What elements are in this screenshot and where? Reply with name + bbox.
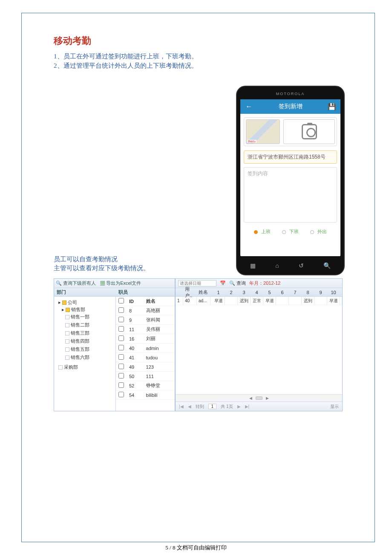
pager-total: 共 1页 bbox=[221, 404, 233, 410]
employee-row[interactable]: 52铮铮堂 bbox=[116, 381, 175, 390]
tree-purchase[interactable]: 采购部 bbox=[58, 363, 115, 371]
phone-screen: ← 签到新增 💾 浙江省宁波市鄞州区江南路1558号 签到内容 上班 下班 外出 bbox=[240, 99, 340, 256]
export-excel-button[interactable]: ▦ 导出为Excel文件 bbox=[100, 280, 141, 286]
left-panel: 🔍 查询下级所有人 ▦ 导出为Excel文件 部门 职员 ▸ 公司 ▸ 销售部 bbox=[54, 279, 176, 411]
employee-row[interactable]: 50111 bbox=[116, 372, 175, 381]
radio-row: 上班 下班 外出 bbox=[244, 228, 337, 235]
tree-leaf[interactable]: 销售五部 bbox=[65, 345, 115, 353]
tree-leaf[interactable]: 销售四部 bbox=[65, 337, 115, 345]
day-header: 1 bbox=[212, 288, 225, 296]
year-month-label: 年月：2012-12 bbox=[249, 280, 280, 286]
employee-list: ID姓名 8高艳丽9张科闻11吴伟丽16刘丽40admin41tudou4912… bbox=[116, 297, 175, 411]
calendar-icon[interactable]: 📅 bbox=[220, 280, 226, 286]
left-column-headers: 部门 职员 bbox=[54, 288, 175, 297]
radio-out[interactable]: 外出 bbox=[308, 229, 329, 234]
pager-first-icon[interactable]: |◀ bbox=[179, 404, 184, 409]
col-name: 姓名 bbox=[197, 288, 210, 296]
row-checkbox[interactable] bbox=[118, 364, 124, 369]
pager-page-input[interactable]: 1 bbox=[208, 404, 217, 409]
tree-leaf[interactable]: 销售一部 bbox=[65, 313, 115, 321]
radio-off-work[interactable]: 下班 bbox=[280, 229, 301, 234]
row-checkbox[interactable] bbox=[118, 382, 124, 388]
left-toolbar: 🔍 查询下级所有人 ▦ 导出为Excel文件 bbox=[54, 279, 175, 288]
query-button[interactable]: 🔍 查询 bbox=[229, 280, 246, 286]
employee-row[interactable]: 54bilibili bbox=[116, 390, 175, 400]
page-footer: 5 / 8 文档可自由编辑打印 bbox=[0, 544, 392, 552]
phone-mockup: MOTOROLA ← 签到新增 💾 浙江省宁波市鄞州区江南路1558号 签到内容… bbox=[236, 86, 345, 275]
phone-apps-icon[interactable]: ▦ bbox=[250, 262, 256, 269]
attendance-header-row: 用户.. 姓名 12345678910 bbox=[176, 288, 342, 297]
day-cell: 早退 bbox=[212, 297, 225, 305]
day-cell: 早退 bbox=[327, 297, 340, 305]
day-cell: 正常 bbox=[251, 297, 263, 305]
pager-goto-label: 转到 bbox=[196, 404, 204, 410]
employee-row[interactable]: 49123 bbox=[116, 362, 175, 372]
employee-row[interactable]: 8高艳丽 bbox=[116, 306, 175, 315]
desc-line-1: 1、员工在外可通过签到功能进行上班，下班考勤。 bbox=[54, 52, 343, 61]
horizontal-scrollbar[interactable]: ◀▶ bbox=[176, 394, 342, 402]
emp-header: 职员 bbox=[116, 289, 128, 295]
phone-search-icon[interactable]: 🔍 bbox=[323, 262, 331, 269]
row-checkbox[interactable] bbox=[118, 326, 124, 332]
row-checkbox[interactable] bbox=[118, 392, 124, 397]
back-icon[interactable]: ← bbox=[244, 103, 254, 110]
tree-leaf[interactable]: 销售二部 bbox=[65, 321, 115, 329]
day-header: 10 bbox=[327, 288, 340, 296]
pager-last-icon[interactable]: ▶| bbox=[245, 404, 250, 409]
employee-row[interactable]: 40admin bbox=[116, 344, 175, 353]
radio-on-work[interactable]: 上班 bbox=[251, 229, 273, 234]
pager-display-label: 显示 bbox=[330, 404, 339, 410]
date-input[interactable] bbox=[178, 280, 216, 286]
row-checkbox[interactable] bbox=[118, 345, 124, 350]
row-checkbox[interactable] bbox=[118, 335, 124, 341]
attendance-row[interactable]: 1 40 ad... 早退迟到正常早退迟到早退 bbox=[176, 297, 342, 305]
day-cell bbox=[276, 297, 289, 305]
camera-button[interactable] bbox=[283, 119, 335, 144]
row-checkbox[interactable] bbox=[118, 317, 124, 322]
pager-prev-icon[interactable]: ◀ bbox=[188, 404, 191, 409]
day-cell bbox=[314, 297, 327, 305]
save-icon[interactable]: 💾 bbox=[327, 103, 337, 111]
day-cell: 早退 bbox=[263, 297, 276, 305]
app-title: 签到新增 bbox=[279, 103, 303, 110]
day-header: 5 bbox=[263, 288, 276, 296]
phone-brand: MOTOROLA bbox=[240, 92, 340, 96]
query-subordinates-button[interactable]: 🔍 查询下级所有人 bbox=[56, 280, 96, 286]
day-header: 8 bbox=[302, 288, 314, 296]
tree-root[interactable]: ▸ 公司 ▸ 销售部 销售一部销售二部销售三部销售四部销售五部销售六部 bbox=[58, 298, 115, 363]
day-cell: 迟到 bbox=[238, 297, 251, 305]
tree-leaf[interactable]: 销售三部 bbox=[65, 329, 115, 337]
day-header: 7 bbox=[289, 288, 302, 296]
right-toolbar: 📅 🔍 查询 年月：2012-12 bbox=[176, 279, 342, 288]
employee-row[interactable]: 41tudou bbox=[116, 353, 175, 362]
tree-sales[interactable]: ▸ 销售部 销售一部销售二部销售三部销售四部销售五部销售六部 bbox=[62, 306, 115, 362]
select-all-checkbox[interactable] bbox=[118, 298, 124, 304]
employee-row[interactable]: 11吴伟丽 bbox=[116, 325, 175, 334]
day-header: 3 bbox=[238, 288, 251, 296]
emp-id-header: ID bbox=[127, 297, 144, 306]
phone-nav-bar: ▦ ⌂ ↺ 🔍 bbox=[240, 259, 340, 272]
description-block: 1、员工在外可通过签到功能进行上班，下班考勤。 2、通过管理平台统计外出人员的上… bbox=[54, 52, 343, 70]
employee-row[interactable]: 16刘丽 bbox=[116, 334, 175, 344]
section-title: 移动考勤 bbox=[54, 35, 343, 47]
phone-home-icon[interactable]: ⌂ bbox=[275, 262, 279, 269]
pager-next-icon[interactable]: ▶ bbox=[237, 404, 241, 409]
address-field[interactable]: 浙江省宁波市鄞州区江南路1558号 bbox=[244, 150, 337, 164]
content-textarea[interactable]: 签到内容 bbox=[244, 167, 337, 223]
map-thumbnail[interactable] bbox=[246, 119, 280, 144]
row-checkbox[interactable] bbox=[118, 373, 124, 379]
day-header: 6 bbox=[276, 288, 289, 296]
day-header: 4 bbox=[251, 288, 263, 296]
employee-row[interactable]: 9张科闻 bbox=[116, 315, 175, 325]
phone-back-icon[interactable]: ↺ bbox=[299, 262, 304, 269]
day-header: 9 bbox=[314, 288, 327, 296]
right-panel: 📅 🔍 查询 年月：2012-12 用户.. 姓名 12345678910 1 … bbox=[176, 279, 342, 411]
dept-tree[interactable]: ▸ 公司 ▸ 销售部 销售一部销售二部销售三部销售四部销售五部销售六部 采购部 bbox=[54, 297, 116, 411]
desc-line-2: 2、通过管理平台统计外出人员的上下班考勤情况。 bbox=[54, 62, 343, 70]
camera-icon bbox=[302, 124, 317, 139]
day-cell bbox=[289, 297, 302, 305]
row-checkbox[interactable] bbox=[118, 307, 124, 313]
day-header: 2 bbox=[225, 288, 238, 296]
tree-leaf[interactable]: 销售六部 bbox=[65, 353, 115, 361]
row-checkbox[interactable] bbox=[118, 354, 124, 360]
